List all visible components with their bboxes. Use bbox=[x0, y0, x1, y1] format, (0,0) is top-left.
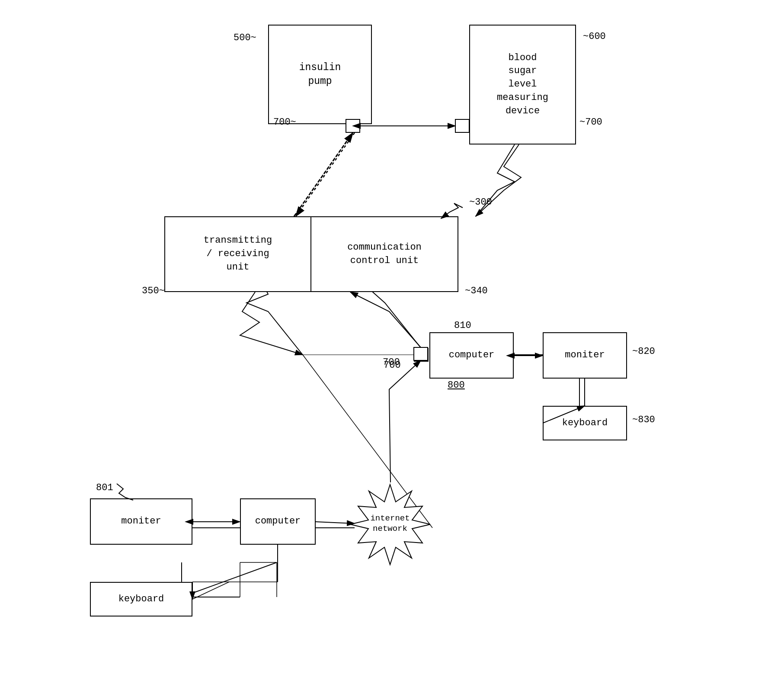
keyboard-bottom-box: keyboard bbox=[90, 582, 192, 617]
ref-700-sugar: ~700 bbox=[579, 117, 602, 128]
ref-600: ~600 bbox=[583, 31, 606, 42]
comm-control-label: communication control unit bbox=[347, 241, 422, 268]
moniter-bottom-box: moniter bbox=[90, 498, 192, 545]
computer-bottom-box: computer bbox=[240, 498, 316, 545]
transceiver-box: transmitting / receiving unit communicat… bbox=[164, 216, 458, 292]
transceiver-label: transmitting / receiving unit bbox=[204, 234, 272, 274]
svg-rect-29 bbox=[455, 119, 469, 132]
keyboard-bottom-label: keyboard bbox=[118, 593, 164, 606]
svg-rect-10 bbox=[414, 348, 428, 361]
moniter-bottom-label: moniter bbox=[121, 515, 161, 528]
moniter-top-label: moniter bbox=[565, 349, 605, 362]
computer-top-box: computer bbox=[429, 332, 514, 379]
ref-700-transceiver: 700 bbox=[384, 360, 401, 371]
moniter-top-box: moniter bbox=[543, 332, 627, 379]
svg-line-17 bbox=[182, 562, 277, 597]
svg-line-8 bbox=[294, 132, 353, 216]
insulin-pump-label: insulin pump bbox=[299, 61, 341, 88]
ref-340: ~340 bbox=[465, 286, 488, 296]
svg-text:internet: internet bbox=[370, 514, 410, 523]
ref-810: 810 bbox=[454, 320, 471, 331]
ref-801: 801 bbox=[96, 482, 113, 493]
blood-sugar-label: blood sugar level measuring device bbox=[497, 51, 548, 118]
blood-sugar-box: blood sugar level measuring device bbox=[469, 25, 576, 144]
svg-line-7 bbox=[294, 132, 353, 216]
computer-bottom-label: computer bbox=[255, 515, 301, 528]
ref-500: 500~ bbox=[234, 32, 256, 43]
keyboard-top-box: keyboard bbox=[543, 406, 627, 440]
keyboard-top-label: keyboard bbox=[562, 417, 608, 430]
ref-700-pump: 700~ bbox=[273, 117, 296, 128]
svg-text:network: network bbox=[373, 524, 407, 533]
svg-line-31 bbox=[294, 133, 353, 216]
svg-line-40 bbox=[192, 582, 229, 599]
ref-820: ~820 bbox=[632, 346, 655, 357]
ref-830: ~830 bbox=[632, 414, 655, 425]
ref801-arrow bbox=[112, 479, 138, 501]
ref-300: ~300 bbox=[469, 197, 492, 208]
computer-top-label: computer bbox=[449, 349, 495, 362]
diagram: insulin pump 500~ blood sugar level meas… bbox=[0, 0, 768, 700]
svg-rect-33 bbox=[414, 347, 428, 360]
ref300-arrow bbox=[432, 195, 471, 221]
svg-rect-6 bbox=[455, 119, 469, 132]
ref-800: 800 bbox=[448, 380, 465, 391]
svg-line-32 bbox=[296, 133, 355, 216]
internet-network-shape: internet network bbox=[348, 482, 432, 567]
ref-350: 350~ bbox=[142, 286, 165, 296]
insulin-pump-box: insulin pump bbox=[268, 25, 372, 124]
starburst-svg: internet network bbox=[348, 482, 432, 567]
